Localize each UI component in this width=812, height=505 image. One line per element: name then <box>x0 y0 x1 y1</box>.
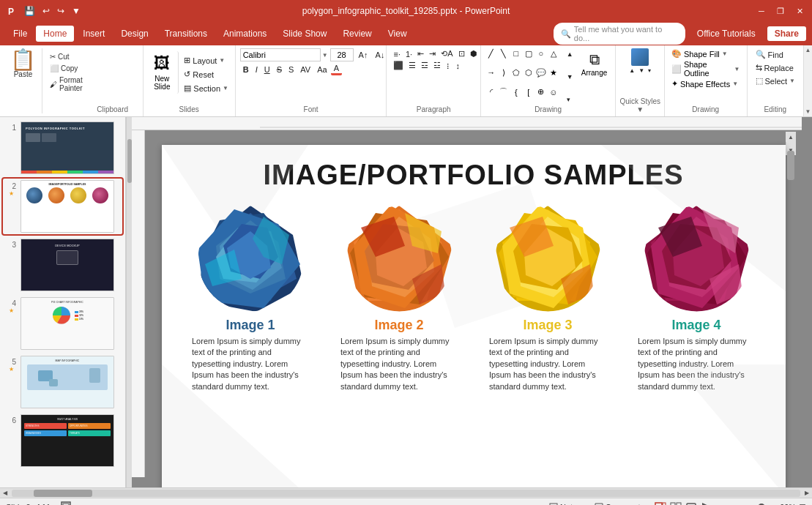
slide-thumb-6[interactable]: 6 SWOT ANALYSIS STRENGTHS OPPORTUNITIES … <box>3 413 122 468</box>
shape-rect[interactable]: □ <box>510 48 522 59</box>
fit-page-button[interactable]: ⊡ <box>799 502 806 506</box>
align-left-button[interactable]: ⬛ <box>391 60 406 71</box>
font-increase-button[interactable]: A↑ <box>356 50 371 60</box>
shape-hexagon[interactable]: ⬡ <box>523 67 534 78</box>
poly-circle-1[interactable] <box>198 206 304 312</box>
line-spacing-button[interactable]: ↕ <box>453 60 462 71</box>
editor-scrollbar[interactable]: ▲ ▼ <box>786 132 796 155</box>
bullets-button[interactable]: ≡· <box>391 48 402 59</box>
font-color-button[interactable]: A <box>331 63 342 75</box>
shape-bracket[interactable]: [ <box>523 87 534 97</box>
notes-button[interactable]: Notes <box>545 501 586 506</box>
slide-thumb-5[interactable]: 5 ★ MAP INFOGRAPHIC <box>3 354 122 410</box>
text-direction-button[interactable]: ⟲A <box>439 48 455 59</box>
decrease-indent-button[interactable]: ⇤ <box>415 48 426 59</box>
slide-canvas[interactable]: IMAGE/PORTFOLIO SAMPLES <box>162 145 786 487</box>
font-name-input[interactable] <box>240 48 321 61</box>
underline-button[interactable]: U <box>261 64 273 75</box>
shape-line2[interactable]: ╲ <box>498 48 510 59</box>
copy-button[interactable]: ⬜ Copy <box>47 63 86 74</box>
shape-rounded-rect[interactable]: ▢ <box>523 48 534 59</box>
minimize-button[interactable]: ─ <box>755 4 768 18</box>
menu-animations[interactable]: Animations <box>216 26 274 42</box>
bottom-scrollbar[interactable]: ◀ ▶ <box>0 487 812 498</box>
text-case-button[interactable]: Aa <box>314 64 329 75</box>
shape-star[interactable]: ★ <box>548 67 559 78</box>
format-painter-button[interactable]: 🖌 Format Painter <box>47 75 86 94</box>
customize-qa-button[interactable]: ▼ <box>70 4 83 18</box>
share-button[interactable]: Share <box>767 26 806 41</box>
strikethrough-button[interactable]: S <box>274 64 285 75</box>
reset-button[interactable]: ↺ Reset <box>180 68 232 81</box>
shape-arrow-right[interactable]: → <box>485 67 497 78</box>
shapes-more[interactable]: ▾ <box>565 95 575 104</box>
undo-button[interactable]: ↩ <box>40 4 52 18</box>
char-spacing-button[interactable]: AV <box>297 64 313 75</box>
shape-curve[interactable]: ⌒ <box>498 87 510 97</box>
menu-home[interactable]: Home <box>36 26 74 42</box>
shape-triangle[interactable]: △ <box>548 48 559 59</box>
shape-arc[interactable]: ◜ <box>485 87 497 97</box>
ribbon-scroll-down[interactable]: ▼ <box>804 107 812 116</box>
qs-more[interactable]: ▾ <box>647 67 652 74</box>
shape-outline-button[interactable]: ⬜ Shape Outline ▼ <box>669 59 742 78</box>
arrange-button[interactable]: ⧉ Arrange <box>578 48 611 105</box>
menu-design[interactable]: Design <box>113 26 155 42</box>
ribbon-scroll[interactable]: ▲ ▼ <box>803 45 812 116</box>
increase-indent-button[interactable]: ⇥ <box>427 48 438 59</box>
normal-view-button[interactable] <box>653 500 668 506</box>
columns-button[interactable]: ⫶ <box>444 60 452 71</box>
find-button[interactable]: 🔍 Find <box>752 48 800 61</box>
restore-button[interactable]: ❐ <box>774 4 787 18</box>
shape-effects-button[interactable]: ✦ Shape Effects ▼ <box>669 78 742 89</box>
office-tutorials-link[interactable]: Office Tutorials <box>691 26 761 42</box>
reading-view-button[interactable] <box>684 500 699 506</box>
poly-circle-4[interactable] <box>644 206 750 312</box>
menu-transitions[interactable]: Transitions <box>157 26 215 42</box>
replace-button[interactable]: ⇆ Replace <box>752 61 800 74</box>
slideshow-button[interactable] <box>699 500 714 506</box>
poly-circle-3[interactable] <box>495 206 601 312</box>
paste-button[interactable]: 📋 Paste <box>4 48 42 113</box>
smartart-button[interactable]: ⬢ <box>468 48 480 59</box>
align-right-button[interactable]: ☲ <box>419 60 431 71</box>
shape-smiley[interactable]: ☺ <box>548 87 559 97</box>
shape-pentagon[interactable]: ⬠ <box>510 67 522 78</box>
new-slide-button[interactable]: 🖼 New Slide <box>146 51 179 94</box>
numbering-button[interactable]: 1· <box>403 48 414 59</box>
save-button[interactable]: 💾 <box>22 4 37 18</box>
section-button[interactable]: ▤ Section ▼ <box>180 82 232 94</box>
align-text-button[interactable]: ⊡ <box>456 48 467 59</box>
font-decrease-button[interactable]: A↓ <box>372 50 387 60</box>
slide-panel-scrollbar[interactable] <box>126 117 132 487</box>
scroll-up-button[interactable]: ▲ <box>786 132 796 142</box>
comments-button[interactable]: Comments <box>590 501 649 506</box>
qs-down[interactable]: ▼ <box>637 67 646 74</box>
shape-fill-button[interactable]: 🎨 Shape Fill ▼ <box>669 48 742 59</box>
align-center-button[interactable]: ☰ <box>406 60 418 71</box>
shape-oval[interactable]: ○ <box>535 48 547 59</box>
ribbon-scroll-up[interactable]: ▲ <box>804 45 812 55</box>
scroll-right-button[interactable]: ▶ <box>802 488 812 498</box>
poly-circle-2[interactable] <box>346 206 452 312</box>
zoom-level[interactable]: 66% <box>780 503 796 506</box>
shape-plus[interactable]: ⊕ <box>535 87 547 97</box>
close-button[interactable]: ✕ <box>793 4 806 18</box>
qs-swatch-1[interactable] <box>631 48 649 66</box>
select-button[interactable]: ⬚ Select ▼ <box>752 75 800 87</box>
qs-up[interactable]: ▲ <box>627 67 636 74</box>
shape-callout[interactable]: 💬 <box>535 67 547 78</box>
cut-button[interactable]: ✂ Cut <box>47 51 86 62</box>
font-size-input[interactable] <box>330 48 354 61</box>
slide-thumb-4[interactable]: 4 ★ PIE CHART INFOGRAPHIC <box>3 296 122 351</box>
menu-file[interactable]: File <box>6 26 34 42</box>
slide-sorter-button[interactable] <box>668 500 683 506</box>
redo-button[interactable]: ↪ <box>55 4 67 18</box>
shadow-button[interactable]: S <box>286 64 297 75</box>
bold-button[interactable]: B <box>240 64 252 75</box>
shapes-scroll-down[interactable]: ▼ <box>565 72 575 81</box>
shapes-scroll-up[interactable]: ▲ <box>565 50 575 59</box>
tell-me-box[interactable]: 🔍 Tell me what you want to do... <box>554 23 685 45</box>
shape-brace[interactable]: { <box>510 87 522 97</box>
justify-button[interactable]: ☳ <box>431 60 443 71</box>
